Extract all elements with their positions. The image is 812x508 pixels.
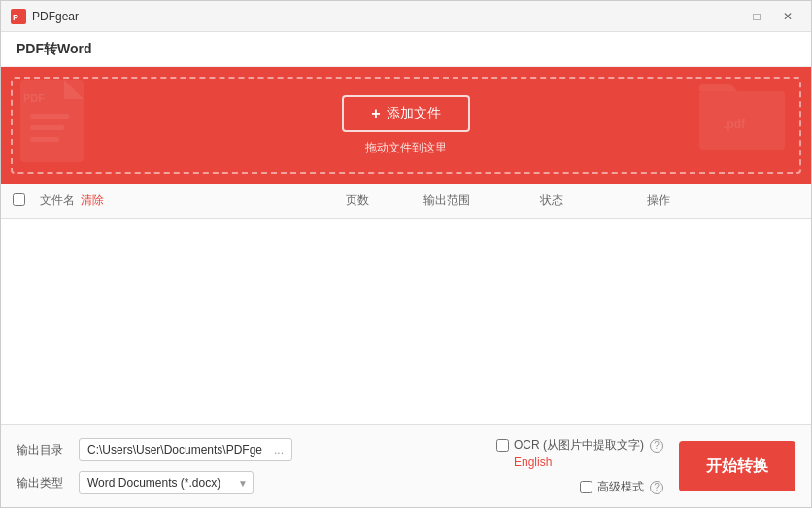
bottom-right: OCR (从图片中提取文字) ? English 高级模式 ?: [477, 437, 663, 495]
col-filename-label: 文件名: [40, 192, 75, 209]
title-bar-controls: ─ □ ✕: [712, 7, 801, 26]
bottom-bar: 输出目录 C:\Users\User\Documents\PDFge ... 输…: [1, 424, 811, 507]
svg-rect-6: [30, 137, 59, 142]
upload-hint: 拖动文件到这里: [365, 140, 447, 156]
col-pages-label: 页数: [346, 193, 369, 207]
svg-rect-2: [20, 80, 84, 162]
header-status-col: 状态: [540, 192, 647, 209]
bottom-left: 输出目录 C:\Users\User\Documents\PDFge ... 输…: [17, 438, 477, 494]
page-title: PDF转Word: [17, 41, 92, 58]
add-file-label: 添加文件: [387, 105, 441, 122]
svg-marker-3: [64, 80, 84, 99]
file-list-header: 文件名 清除 页数 输出范围 状态 操作: [1, 184, 811, 219]
output-type-select[interactable]: Word Documents (*.docx) Word 97-2003 (*.…: [79, 471, 254, 494]
advanced-checkbox[interactable]: [580, 481, 592, 493]
plus-icon: +: [371, 105, 380, 122]
header-checkbox-col: [13, 193, 40, 209]
output-dir-row: 输出目录 C:\Users\User\Documents\PDFge ...: [17, 438, 477, 461]
svg-rect-5: [30, 125, 64, 130]
convert-button[interactable]: 开始转换: [679, 441, 795, 491]
output-dir-label: 输出目录: [17, 442, 69, 458]
advanced-label: 高级模式: [597, 479, 644, 495]
upload-area: PDF .pdf + 添加文件 拖动文件到这里: [1, 67, 811, 184]
header-filename-col: 文件名 清除: [40, 192, 346, 209]
ocr-inner: OCR (从图片中提取文字) ?: [496, 437, 663, 454]
ocr-language-link[interactable]: English: [496, 456, 663, 469]
page-title-bar: PDF转Word: [1, 32, 811, 67]
advanced-row: 高级模式 ?: [580, 479, 663, 495]
maximize-button[interactable]: □: [743, 7, 770, 26]
ocr-label: OCR (从图片中提取文字): [514, 437, 644, 454]
minimize-button[interactable]: ─: [712, 7, 739, 26]
title-bar: P PDFgear ─ □ ✕: [1, 1, 811, 32]
svg-rect-8: [699, 91, 785, 150]
col-delete-link[interactable]: 清除: [81, 192, 104, 209]
svg-text:PDF: PDF: [23, 92, 45, 104]
output-dir-input[interactable]: C:\Users\User\Documents\PDFge ...: [79, 438, 292, 461]
file-list-area: 文件名 清除 页数 输出范围 状态 操作: [1, 184, 811, 424]
app-title: PDFgear: [32, 10, 79, 23]
svg-rect-4: [30, 114, 69, 119]
output-type-row: 输出类型 Word Documents (*.docx) Word 97-200…: [17, 471, 477, 494]
header-range-col: 输出范围: [423, 192, 540, 209]
header-action-col: 操作: [647, 192, 799, 209]
close-button[interactable]: ✕: [774, 7, 801, 26]
col-range-label: 输出范围: [423, 193, 470, 207]
file-list-body: [1, 219, 811, 424]
browse-dots[interactable]: ...: [274, 443, 284, 457]
select-all-checkbox[interactable]: [13, 193, 25, 206]
output-type-select-wrapper: Word Documents (*.docx) Word 97-2003 (*.…: [79, 471, 254, 494]
advanced-checkbox-label[interactable]: 高级模式: [580, 479, 644, 495]
ocr-checkbox-label[interactable]: OCR (从图片中提取文字): [496, 437, 644, 454]
title-bar-left: P PDFgear: [11, 9, 79, 24]
svg-text:.pdf: .pdf: [724, 118, 746, 131]
col-status-label: 状态: [540, 193, 563, 207]
pdf-bg-icon-left: PDF: [16, 75, 103, 172]
ocr-checkbox[interactable]: [496, 439, 509, 452]
ocr-help-icon[interactable]: ?: [650, 439, 663, 453]
folder-bg-icon-right: .pdf: [694, 72, 792, 154]
svg-text:P: P: [13, 13, 18, 22]
output-type-label: 输出类型: [17, 475, 69, 491]
header-pages-col: 页数: [346, 192, 423, 209]
output-dir-value: C:\Users\User\Documents\PDFge: [87, 443, 270, 457]
col-action-label: 操作: [647, 193, 670, 207]
ocr-row: OCR (从图片中提取文字) ? English: [496, 437, 663, 469]
app-icon: P: [11, 9, 26, 24]
advanced-help-icon[interactable]: ?: [650, 481, 663, 494]
add-file-button[interactable]: + 添加文件: [342, 95, 469, 132]
main-window: P PDFgear ─ □ ✕ PDF转Word PDF: [0, 0, 812, 508]
